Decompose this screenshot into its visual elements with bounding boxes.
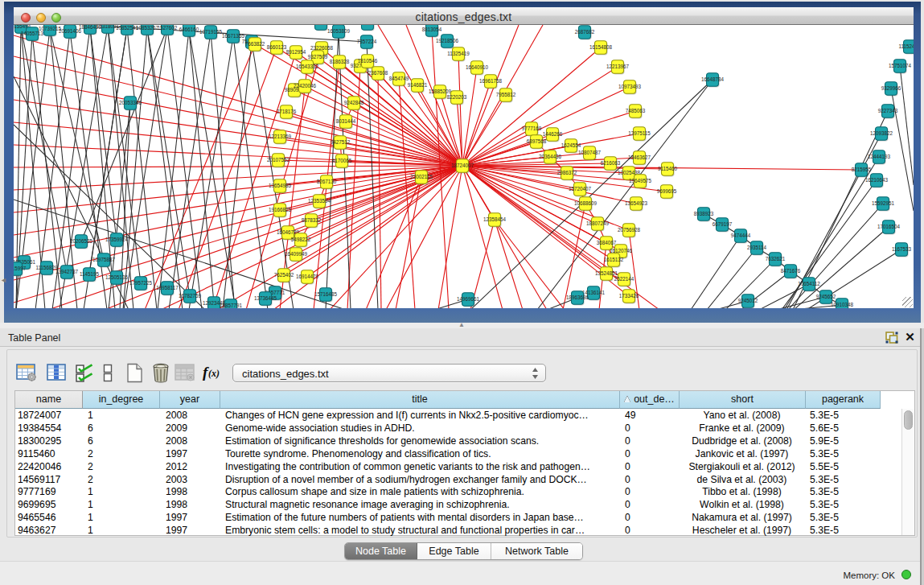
graph-node[interactable]: 13942737: [55, 266, 79, 280]
tab-network-table[interactable]: Network Table: [491, 543, 582, 559]
graph-node[interactable]: 16640910: [466, 61, 489, 76]
graph-node[interactable]: 10688609: [574, 197, 598, 212]
graph-node[interactable]: 8813054: [422, 25, 442, 38]
graph-edge[interactable]: [189, 36, 233, 308]
graph-node[interactable]: 16961758: [479, 75, 503, 89]
graph-edge[interactable]: [900, 66, 914, 185]
table-row[interactable]: 946554611997Estimation of the future num…: [15, 511, 901, 524]
graph-edge[interactable]: [396, 177, 421, 308]
table-select-dropdown[interactable]: citations_edges.txt: [232, 364, 546, 382]
column-header-name[interactable]: name: [15, 391, 83, 409]
graph-node[interactable]: 10910348: [831, 299, 854, 308]
graph-edge[interactable]: [326, 31, 339, 308]
graph-node[interactable]: 16053809: [327, 25, 351, 39]
graph-node[interactable]: 15716485: [314, 288, 338, 303]
table-row[interactable]: 1938455462009Genome-wide association stu…: [15, 422, 901, 435]
graph-node[interactable]: 9777169: [522, 122, 542, 137]
column-header-out_de[interactable]: out_de…: [620, 391, 680, 409]
graph-node[interactable]: 10853267: [136, 25, 159, 36]
graph-node[interactable]: 9245012: [738, 295, 758, 308]
network-canvas[interactable]: 9155494140557131073921520691406188464981…: [14, 25, 914, 308]
graph-node[interactable]: 16154808: [589, 41, 613, 56]
column-header-year[interactable]: year: [160, 391, 220, 409]
graph-node[interactable]: 8912954: [286, 46, 306, 60]
table-mode-icon[interactable]: [16, 363, 37, 382]
graph-edge[interactable]: [90, 27, 117, 240]
close-panel-icon[interactable]: ✕: [904, 331, 916, 344]
resize-grip[interactable]: [902, 297, 913, 307]
table-row[interactable]: 1456911722003Disruption of a novel membe…: [15, 473, 901, 486]
graph-node[interactable]: 8938923: [694, 208, 714, 222]
graph-node[interactable]: 1248409: [358, 25, 378, 31]
graph-node[interactable]: 16914479: [296, 270, 319, 285]
float-panel-icon[interactable]: [885, 332, 898, 344]
graph-edge[interactable]: [14, 77, 462, 166]
new-column-icon[interactable]: [125, 363, 144, 383]
graph-node[interactable]: 16648784: [701, 73, 725, 88]
graph-node[interactable]: 19654985: [269, 179, 292, 194]
graph-node[interactable]: 9115460: [658, 163, 678, 177]
column-header-short[interactable]: short: [680, 391, 806, 409]
graph-node[interactable]: 2687682: [575, 26, 595, 40]
graph-node[interactable]: 13975115: [628, 127, 651, 142]
graph-node[interactable]: 20756928: [618, 224, 641, 238]
graph-edge[interactable]: [691, 236, 741, 308]
graph-edge[interactable]: [794, 227, 889, 308]
graph-node[interactable]: 17957225: [129, 277, 153, 291]
graph-node[interactable]: 10973493: [618, 80, 642, 95]
graph-node[interactable]: 9227343: [878, 105, 898, 119]
graph-node[interactable]: 2718176: [277, 105, 297, 120]
graph-node[interactable]: 13654923: [625, 197, 648, 212]
unchecked-boxes-icon[interactable]: [102, 363, 113, 382]
memory-indicator-icon[interactable]: [901, 570, 911, 579]
show-column-icon[interactable]: [47, 363, 68, 382]
graph-node[interactable]: 1527602: [158, 25, 178, 36]
graph-edge[interactable]: [179, 47, 277, 308]
graph-edge[interactable]: [462, 166, 621, 251]
function-builder-icon[interactable]: f (x): [202, 363, 224, 382]
graph-node[interactable]: 9699695: [657, 185, 677, 200]
graph-edge[interactable]: [462, 68, 477, 166]
graph-node[interactable]: 12093822: [870, 127, 893, 142]
graph-node[interactable]: 7485063: [626, 105, 646, 119]
table-row[interactable]: 977716911998Corpus callosum shape and si…: [15, 485, 901, 498]
graph-edge[interactable]: [14, 166, 462, 235]
graph-node[interactable]: 8031444: [336, 115, 356, 130]
graph-node[interactable]: 7357224: [357, 35, 377, 50]
scrollbar-thumb[interactable]: [904, 410, 913, 430]
graph-node[interactable]: 11152489: [898, 40, 914, 55]
graph-node[interactable]: 6466160: [179, 25, 199, 38]
tab-node-table[interactable]: Node Table: [345, 543, 417, 559]
collapse-left-arrow-icon[interactable]: ◄: [0, 277, 7, 284]
graph-edge[interactable]: [438, 166, 462, 308]
table-row[interactable]: 969969511998Structural magnetic resonanc…: [15, 498, 901, 511]
graph-node[interactable]: 9146821: [408, 79, 428, 93]
graph-edge[interactable]: [14, 122, 462, 166]
graph-edge[interactable]: [339, 31, 351, 308]
vertical-scrollbar[interactable]: [901, 409, 914, 535]
graph-node[interactable]: 10807487: [578, 146, 602, 161]
graph-edge[interactable]: [124, 28, 167, 308]
graph-node[interactable]: 15751074: [889, 60, 912, 74]
graph-node[interactable]: 8215955: [852, 163, 872, 178]
window-titlebar[interactable]: citations_edges.txt: [14, 7, 914, 25]
column-header-pagerank[interactable]: pagerank: [806, 391, 881, 409]
table-row[interactable]: 1830029562008Estimation of significance …: [15, 435, 901, 447]
graph-node[interactable]: 12213369: [269, 130, 292, 145]
graph-node[interactable]: 17016504: [877, 220, 901, 235]
graph-node[interactable]: 2935114: [747, 241, 767, 256]
graph-edge[interactable]: [458, 54, 462, 166]
graph-node[interactable]: 15720407: [569, 183, 592, 197]
graph-node[interactable]: 19218506: [436, 35, 459, 49]
graph-node[interactable]: 1733426: [619, 290, 639, 304]
graph-node[interactable]: 19166825: [269, 204, 292, 218]
table-row[interactable]: 946362711997Embryonic stem cells: a mode…: [15, 524, 901, 537]
select-columns-icon[interactable]: [75, 363, 94, 382]
split-pane-divider[interactable]: ▲: [0, 323, 924, 328]
column-header-title[interactable]: title: [220, 391, 620, 409]
graph-node[interactable]: 1145195: [80, 268, 100, 282]
graph-edge[interactable]: [145, 44, 255, 308]
graph-node[interactable]: 13463627: [628, 151, 651, 166]
column-header-in_degree[interactable]: in_degree: [83, 391, 160, 409]
graph-node[interactable]: 15592951: [872, 197, 895, 212]
